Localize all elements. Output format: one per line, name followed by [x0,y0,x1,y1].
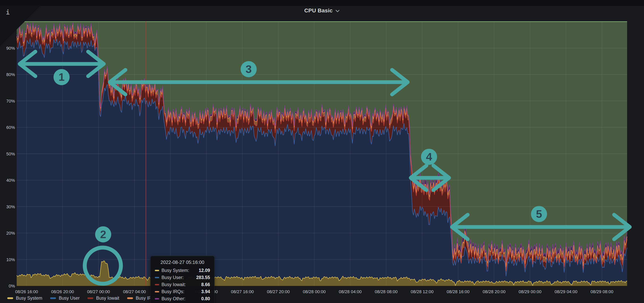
tooltip-row: Busy Iowait: 8.66 [155,282,210,287]
page-title: CPU Basic [304,8,332,14]
busy-irqs-swatch-icon [155,291,159,292]
legend-swatch-icon [88,297,93,299]
tooltip-row: Busy IRQs: 3.94 [155,289,210,294]
x-axis-label: 08/28 12:00 [411,289,434,294]
chevron-down-icon [335,10,340,12]
panel-header: CPU Basic [0,8,644,14]
busy-iowait-swatch-icon [155,284,159,285]
busy-system-swatch-icon [155,270,159,271]
annotation-badge-number: 3 [246,63,252,75]
grafana-cpu-basic-panel: { "page": { "title": "CPU Basic", "info_… [0,0,644,303]
y-axis-label: 90% [6,46,15,51]
legend-swatch-icon [7,297,13,299]
chart-legend: Busy SystemBusy UserBusy IowaitBusy IRQs [7,296,157,301]
tooltip-row: Busy Other: 0.80 [155,296,210,302]
x-axis-label: 08/26 16:00 [15,289,38,294]
x-axis-label: 08/27 04:00 [123,289,146,294]
tooltip-row: Busy System: 12.09 [155,268,210,273]
y-axis-label: 10% [6,257,15,262]
panel-title-menu[interactable]: CPU Basic [304,8,340,14]
x-axis-label: 08/29 00:00 [519,289,542,294]
legend-item-busy-iowait[interactable]: Busy Iowait [88,296,119,301]
x-axis-label: 08/28 16:00 [447,289,470,294]
tooltip-timestamp: 2022-08-27 05:16:00 [155,260,210,265]
legend-swatch-icon [127,297,133,299]
y-axis-label: 0% [9,284,15,288]
x-axis-label: 08/27 16:00 [231,289,254,294]
x-axis-label: 08/26 20:00 [51,289,74,294]
legend-item-busy-user[interactable]: Busy User [50,296,80,301]
y-axis-label: 70% [6,99,15,104]
legend-swatch-icon [50,297,56,299]
annotation-badge-number: 2 [100,228,106,240]
legend-label: Busy User [59,296,80,301]
busy-other-swatch-icon [155,298,159,300]
y-axis-label: 60% [6,125,15,130]
annotation-badge-number: 5 [536,208,542,220]
x-axis-label: 08/29 08:00 [590,289,613,294]
hover-tooltip: 2022-08-27 05:16:00 Busy System: 12.09 B… [150,256,214,303]
legend-label: Busy Iowait [96,296,119,301]
cpu-usage-stacked-area-chart[interactable]: 0%10%20%30%40%50%60%70%80%90%100%08/26 1… [0,0,644,303]
y-axis-label: 30% [6,204,15,209]
busy-user-swatch-icon [155,277,159,278]
x-axis-label: 08/28 00:00 [303,289,326,294]
y-axis-label: 50% [6,152,15,156]
x-axis-label: 08/28 20:00 [483,289,506,294]
legend-label: Busy System [16,296,42,301]
x-axis-label: 08/29 04:00 [554,289,578,294]
x-axis-label: 08/27 00:00 [87,289,110,294]
y-axis-label: 40% [6,178,15,183]
x-axis-label: 08/27 20:00 [267,289,290,294]
legend-item-busy-system[interactable]: Busy System [7,296,42,301]
y-axis-label: 20% [6,231,15,236]
annotation-badge-number: 1 [58,71,65,83]
annotation-badge-number: 4 [426,150,432,163]
x-axis-label: 08/28 04:00 [339,289,362,294]
tooltip-row: Busy User: 283.55 [155,275,210,280]
y-axis-label: 80% [6,72,15,77]
x-axis-label: 08/28 08:00 [375,289,398,294]
